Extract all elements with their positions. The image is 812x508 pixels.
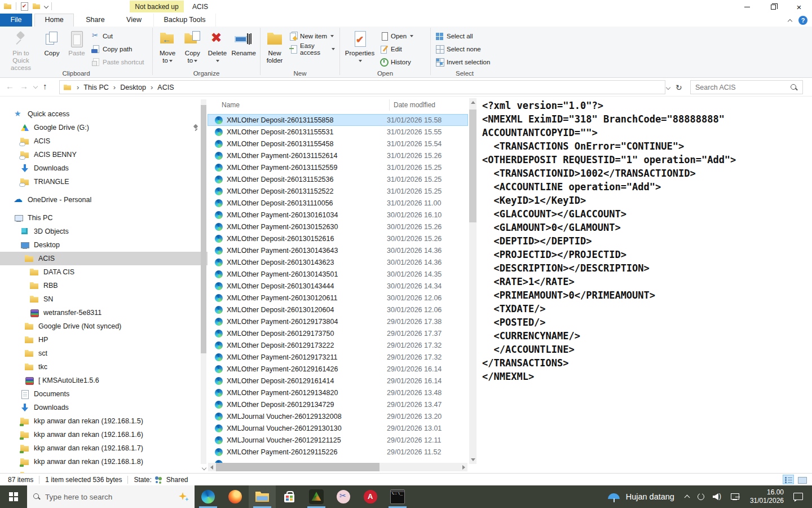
sidebar-item[interactable]: sct — [0, 347, 208, 360]
up-icon[interactable]: ↑ — [43, 81, 47, 91]
file-row[interactable]: XMLOther Deposit-26013012060430/01/2026 … — [208, 304, 468, 316]
cut-button[interactable]: Cut — [89, 30, 147, 42]
sidebar-item[interactable]: Desktop — [0, 238, 208, 252]
sidebar-item[interactable]: wetransfer-5e8311 — [0, 306, 208, 319]
file-row[interactable]: XMLOther Deposit-26012916141429/01/2026 … — [208, 375, 468, 387]
scroll-up-icon[interactable] — [471, 101, 475, 104]
file-row[interactable]: XMLOther Payment-26013014350130/01/2026 … — [208, 268, 468, 280]
copy-path-button[interactable]: Copy path — [89, 43, 147, 55]
file-row[interactable]: XMLOther Deposit-26012917375029/01/2026 … — [208, 327, 468, 339]
sidebar-item[interactable]: SN — [0, 292, 208, 306]
breadcrumb-desktop[interactable]: Desktop — [120, 84, 146, 91]
select-all-button[interactable]: Select all — [433, 30, 492, 42]
taskbar-search[interactable] — [27, 485, 195, 508]
sidebar-item[interactable]: ACIS BENNY — [0, 148, 208, 161]
history-button[interactable]: History — [377, 56, 416, 68]
file-row[interactable]: XMLOther Payment-26013115255931/01/2026 … — [208, 161, 468, 173]
sidebar-item[interactable]: Quick access — [0, 107, 208, 121]
forward-icon[interactable]: → — [20, 81, 28, 91]
minimize-button[interactable] — [734, 0, 760, 14]
rename-button[interactable]: Rename — [230, 28, 258, 58]
file-row[interactable]: XMLJournal Voucher-26012913013029/01/202… — [208, 422, 468, 434]
sidebar-item[interactable] — [0, 468, 208, 473]
file-row[interactable]: XMLOther Payment-26013115261431/01/2026 … — [208, 150, 468, 161]
file-row[interactable]: XMLOther Deposit-26013015261630/01/2026 … — [208, 233, 468, 244]
tray-network-button[interactable] — [727, 485, 744, 508]
start-button[interactable] — [0, 485, 27, 508]
taskbar-app-firefox[interactable] — [222, 485, 249, 508]
properties-button[interactable]: Properties — [342, 28, 377, 65]
taskbar-app-explorer[interactable] — [249, 485, 276, 508]
tab-view[interactable]: View — [117, 14, 151, 27]
sidebar-item[interactable]: HP — [0, 333, 208, 347]
taskbar-clock[interactable]: 16.00 31/01/2026 — [744, 488, 789, 505]
invert-selection-button[interactable]: Invert selection — [433, 56, 492, 68]
sidebar-item[interactable]: DATA CIS — [0, 265, 208, 279]
sidebar-item[interactable]: kkp anwar dan rekan (192.168.1.5) — [0, 414, 208, 428]
tray-sync-button[interactable] — [693, 485, 709, 508]
sidebar-scrollbar-thumb[interactable] — [201, 105, 206, 353]
paste-shortcut-button[interactable]: Paste shortcut — [89, 56, 147, 68]
new-item-button[interactable]: New item — [286, 30, 337, 42]
file-row[interactable]: XMLOther Deposit-26013014362330/01/2026 … — [208, 256, 468, 268]
horizontal-scrollbar-thumb[interactable] — [216, 463, 379, 471]
pin-to-quick-access-button[interactable]: Pin to Quick access — [2, 28, 39, 73]
sidebar-item[interactable]: [ KMSAutoLite1.5.6 — [0, 374, 208, 387]
restore-button[interactable] — [760, 0, 786, 14]
sidebar-item[interactable]: kkp anwar dan rekan (192.168.1.8) — [0, 455, 208, 468]
qat-properties-icon[interactable] — [20, 2, 29, 11]
sidebar-scrollbar[interactable] — [201, 99, 206, 464]
taskbar-app-store[interactable] — [276, 485, 303, 508]
new-folder-button[interactable]: New folder — [263, 28, 286, 65]
copy-to-button[interactable]: Copy to — [180, 28, 205, 65]
action-center-icon[interactable] — [793, 492, 804, 502]
sidebar-item[interactable]: 3D Objects — [0, 225, 208, 238]
file-row[interactable]: XMLOther Payment-26012916142629/01/2026 … — [208, 363, 468, 375]
sidebar-item[interactable]: kkp anwar dan rekan (192.168.1.6) — [0, 428, 208, 441]
qat-new-folder-icon[interactable] — [32, 2, 41, 11]
tab-home[interactable]: Home — [34, 14, 73, 27]
file-row[interactable]: XMLOther Deposit-26012917322229/01/2026 … — [208, 339, 468, 351]
sidebar-item[interactable]: tkc — [0, 360, 208, 374]
search-icon[interactable] — [790, 84, 798, 91]
file-list-horizontal-scrollbar[interactable] — [208, 463, 467, 471]
collapse-ribbon-icon[interactable] — [788, 19, 792, 23]
sidebar-item[interactable]: Documents — [0, 387, 208, 401]
large-icons-view-button[interactable] — [796, 475, 807, 484]
file-row[interactable]: XMLOther Deposit-26013115252231/01/2026 … — [208, 185, 468, 197]
column-header-name[interactable]: Name — [222, 101, 240, 109]
file-row[interactable]: XMLJournal Voucher-26012912112529/01/202… — [208, 434, 468, 446]
taskbar-app-red-a-app[interactable] — [357, 485, 384, 508]
taskbar-app-terminal[interactable] — [384, 485, 411, 508]
file-row[interactable]: XMLOther Payment-26013016103430/01/2026 … — [208, 209, 468, 221]
help-icon[interactable]: ? — [798, 16, 807, 25]
file-list-vertical-scrollbar[interactable] — [469, 98, 476, 464]
easy-access-button[interactable]: Easy access — [286, 43, 337, 55]
open-button[interactable]: Open — [377, 30, 416, 42]
scroll-left-icon[interactable] — [210, 465, 213, 470]
qat-folder-icon[interactable] — [3, 2, 12, 11]
breadcrumb-this-pc[interactable]: This PC — [83, 84, 108, 91]
file-row[interactable]: XMLOther Deposit-26013111005631/01/2026 … — [208, 197, 468, 209]
file-row[interactable]: XMLOther Deposit-26013115253631/01/2026 … — [208, 173, 468, 185]
file-row[interactable]: XMLOther Payment-26012913482029/01/2026 … — [208, 387, 468, 398]
taskbar-app-edge[interactable] — [195, 485, 222, 508]
scroll-down-icon[interactable] — [471, 458, 475, 461]
file-row[interactable]: XMLJournal Voucher-26012913200829/01/202… — [208, 410, 468, 422]
tab-backup-tools[interactable]: Backup Tools — [153, 14, 215, 27]
sidebar-item[interactable]: RBB — [0, 279, 208, 292]
file-row[interactable]: XMLOther Payment-26012917380429/01/2026 … — [208, 316, 468, 327]
breadcrumb-acis[interactable]: ACIS — [157, 84, 174, 91]
tab-file[interactable]: File — [0, 14, 32, 27]
sidebar-item[interactable]: Google Drive (G:) — [0, 121, 208, 134]
column-header-date-modified[interactable]: Date modified — [394, 101, 435, 109]
tab-share[interactable]: Share — [76, 14, 114, 27]
address-breadcrumb[interactable]: › This PC › Desktop › ACIS — [59, 80, 665, 94]
taskbar-app-triangle-app[interactable] — [303, 485, 330, 508]
file-row[interactable]: XMLOther Payment-26013014364330/01/2026 … — [208, 244, 468, 256]
refresh-icon[interactable]: ↻ — [676, 83, 682, 92]
weather-widget[interactable]: Hujan datang — [601, 491, 681, 503]
sidebar-item[interactable]: OneDrive - Personal — [0, 193, 208, 207]
sidebar-item[interactable]: Downloads — [0, 161, 208, 175]
sidebar-item[interactable]: ACIS — [0, 252, 208, 265]
